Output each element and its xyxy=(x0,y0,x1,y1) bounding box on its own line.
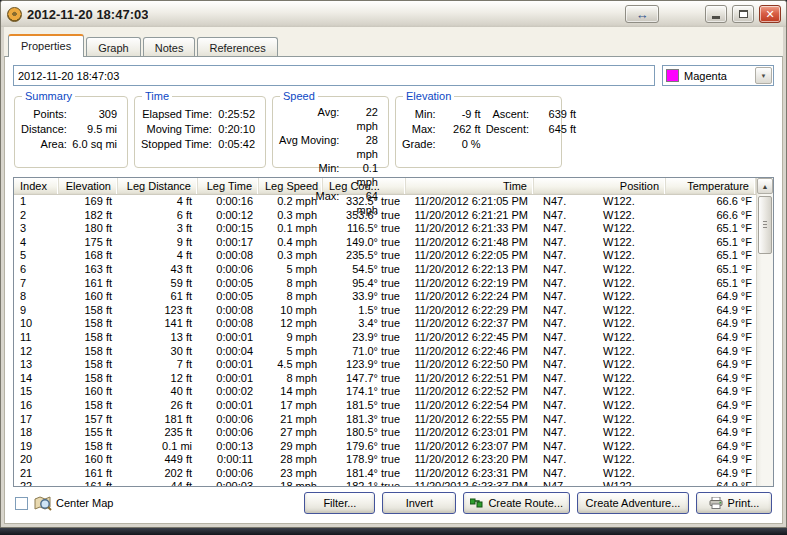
cell-position: N47.W122. xyxy=(534,440,666,454)
cell-position: N47.W122. xyxy=(534,345,666,359)
cell: 19 xyxy=(14,440,59,454)
chevron-down-icon[interactable]: ▼ xyxy=(755,67,772,84)
scroll-up-button[interactable]: ▲ xyxy=(757,178,773,194)
track-color-dropdown[interactable]: Magenta ▼ xyxy=(662,65,774,86)
table-row[interactable]: 16158 ft26 ft0:00:0117 mph181.5° true11/… xyxy=(14,399,756,413)
minimize-button[interactable] xyxy=(705,5,727,23)
center-map-checkbox[interactable] xyxy=(15,497,28,510)
printer-icon xyxy=(709,497,723,509)
tab-properties[interactable]: Properties xyxy=(8,34,84,57)
cell: 27 mph xyxy=(259,426,323,440)
center-map-label: Center Map xyxy=(56,497,113,509)
cell-position: N47.W122. xyxy=(534,453,666,467)
table-row[interactable]: 18155 ft235 ft0:00:0627 mph180.5° true11… xyxy=(14,426,756,440)
create-route-button[interactable]: Create Route... xyxy=(463,492,570,514)
scrollbar-thumb[interactable] xyxy=(758,196,772,254)
table-row[interactable]: 10158 ft141 ft0:00:0812 mph3.4° true11/2… xyxy=(14,317,756,331)
table-row[interactable]: 5168 ft4 ft0:00:080.3 mph235.5° true11/2… xyxy=(14,249,756,263)
print-button[interactable]: Print... xyxy=(696,492,772,514)
table-row[interactable]: 14158 ft12 ft0:00:018 mph147.7° true11/2… xyxy=(14,372,756,386)
stopped-time-value: 0:05:42 xyxy=(217,137,259,152)
tab-notes[interactable]: Notes xyxy=(143,37,196,57)
close-button[interactable]: ✕ xyxy=(759,5,781,23)
cell: 29 mph xyxy=(259,440,323,454)
color-swatch xyxy=(666,69,679,82)
cell: 169 ft xyxy=(59,195,118,209)
detach-window-button[interactable]: ↔ xyxy=(625,5,659,23)
table-row[interactable]: 15160 ft40 ft0:00:0214 mph174.1° true11/… xyxy=(14,385,756,399)
cell: 11/20/2012 6:22:51 PM xyxy=(406,372,534,386)
table-row[interactable]: 9158 ft123 ft0:00:0810 mph1.5° true11/20… xyxy=(14,304,756,318)
min-speed-label: Min: xyxy=(279,161,339,189)
cell: 11 xyxy=(14,331,59,345)
cell: 0:00:05 xyxy=(198,290,259,304)
cell: 18 mph xyxy=(259,480,323,486)
properties-tab-page: Magenta ▼ Summary Points:309 Distance:9.… xyxy=(4,56,783,524)
cell: 9 xyxy=(14,304,59,318)
table-row[interactable]: 7161 ft59 ft0:00:058 mph95.4° true11/20/… xyxy=(14,277,756,291)
table-row[interactable]: 13158 ft7 ft0:00:014.5 mph123.9° true11/… xyxy=(14,358,756,372)
cell: 0:00:01 xyxy=(198,331,259,345)
cell: 123 ft xyxy=(118,304,198,318)
cell-temperature: 64.9 °F xyxy=(666,399,756,413)
cell: 0:00:03 xyxy=(198,480,259,486)
cell: 0:00:16 xyxy=(198,195,259,209)
cell: 163 ft xyxy=(59,263,118,277)
cell: 12 xyxy=(14,345,59,359)
column-header-leg-time[interactable]: Leg Time xyxy=(198,178,259,194)
column-header-leg-distance[interactable]: Leg Distance xyxy=(118,178,198,194)
cell: 0:00:12 xyxy=(198,209,259,223)
elevation-group: Elevation Min:-9 ft Ascent:639 ft Max:26… xyxy=(395,96,562,168)
table-row[interactable]: 21161 ft202 ft0:00:0623 mph181.4° true11… xyxy=(14,467,756,481)
create-adventure-button[interactable]: Create Adventure... xyxy=(577,492,689,514)
map-magnifier-icon xyxy=(34,496,52,511)
cell-temperature: 64.9 °F xyxy=(666,331,756,345)
table-row[interactable]: 20160 ft449 ft0:00:1128 mph178.9° true11… xyxy=(14,453,756,467)
cell: 11/20/2012 6:22:13 PM xyxy=(406,263,534,277)
cell: 179.6° true xyxy=(323,440,406,454)
table-row[interactable]: 2182 ft6 ft0:00:120.3 mph353.6° true11/2… xyxy=(14,209,756,223)
cell: 6 ft xyxy=(118,209,198,223)
cell: 5 xyxy=(14,249,59,263)
cell: 147.7° true xyxy=(323,372,406,386)
cell-temperature: 64.9 °F xyxy=(666,345,756,359)
summary-group-title: Summary xyxy=(22,90,75,103)
cell: 13 xyxy=(14,358,59,372)
column-header-time[interactable]: Time xyxy=(406,178,534,194)
min-speed-value: 0.1 mph xyxy=(344,161,382,189)
table-row[interactable]: 12158 ft30 ft0:00:045 mph71.0° true11/20… xyxy=(14,345,756,359)
table-row[interactable]: 1169 ft4 ft0:00:160.2 mph332.5° true11/2… xyxy=(14,195,756,209)
maximize-button[interactable] xyxy=(732,5,754,23)
column-header-temperature[interactable]: Temperature xyxy=(666,178,756,194)
ascent-label: Ascent: xyxy=(486,107,529,122)
table-row[interactable]: 19158 ft0.1 mi0:00:1329 mph179.6° true11… xyxy=(14,440,756,454)
table-row[interactable]: 17157 ft181 ft0:00:0621 mph181.3° true11… xyxy=(14,413,756,427)
invert-button[interactable]: Invert xyxy=(382,492,456,514)
trackpoint-table: IndexElevationLeg DistanceLeg TimeLeg Sp… xyxy=(13,177,774,487)
column-header-elevation[interactable]: Elevation xyxy=(59,178,118,194)
points-label: Points: xyxy=(21,107,67,122)
track-icon xyxy=(7,7,22,22)
tab-graph[interactable]: Graph xyxy=(86,37,141,57)
cell: 20 xyxy=(14,453,59,467)
cell: 11/20/2012 6:22:24 PM xyxy=(406,290,534,304)
tab-references[interactable]: References xyxy=(197,37,277,57)
filter-button[interactable]: Filter... xyxy=(304,492,375,514)
table-row[interactable]: 4175 ft9 ft0:00:170.4 mph149.0° true11/2… xyxy=(14,236,756,250)
table-row[interactable]: 6163 ft43 ft0:00:065 mph54.5° true11/20/… xyxy=(14,263,756,277)
table-row[interactable]: 8160 ft61 ft0:00:058 mph33.9° true11/20/… xyxy=(14,290,756,304)
cell-temperature: 66.6 °F xyxy=(666,195,756,209)
track-name-input[interactable] xyxy=(13,65,655,86)
cell: 2 xyxy=(14,209,59,223)
create-adventure-button-label: Create Adventure... xyxy=(586,497,681,509)
vertical-scrollbar[interactable]: ▲ xyxy=(756,178,773,486)
column-header-position[interactable]: Position xyxy=(534,178,666,194)
cell: 4.5 mph xyxy=(259,358,323,372)
min-elevation-label: Min: xyxy=(402,107,436,122)
cell-position: N47.W122. xyxy=(534,304,666,318)
cell: 0:00:01 xyxy=(198,399,259,413)
column-header-index[interactable]: Index xyxy=(14,178,59,194)
table-row[interactable]: 11158 ft13 ft0:00:019 mph23.9° true11/20… xyxy=(14,331,756,345)
table-row[interactable]: 3180 ft3 ft0:00:150.1 mph116.5° true11/2… xyxy=(14,222,756,236)
table-row[interactable]: 22161 ft44 ft0:00:0318 mph182.1° true11/… xyxy=(14,480,756,486)
